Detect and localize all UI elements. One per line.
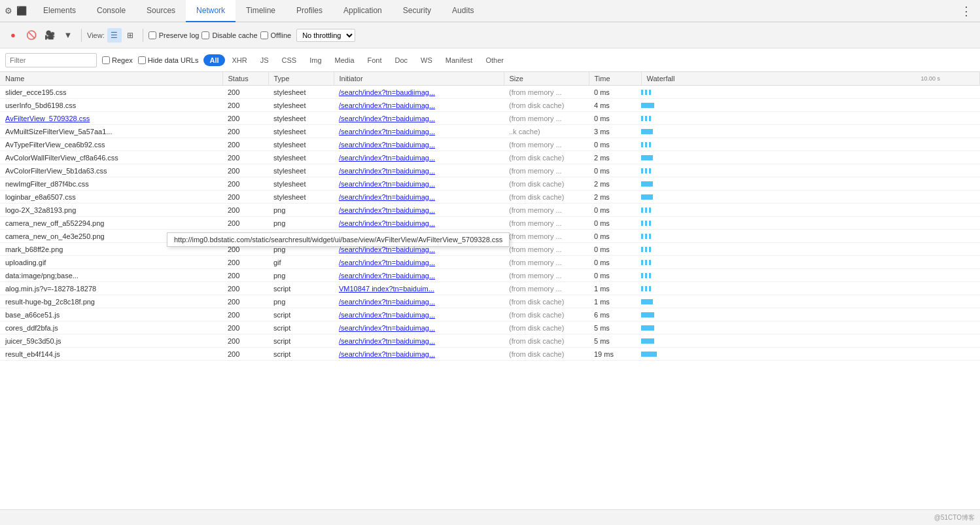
initiator-link[interactable]: /search/index?tn=baudiimag... — [339, 88, 435, 96]
filter-pill-other[interactable]: Other — [480, 54, 510, 66]
table-row[interactable]: AvColorFilterView_5b1da63.css200styleshe… — [0, 164, 980, 177]
tab-audits[interactable]: Audits — [442, 0, 484, 22]
initiator-link[interactable]: /search/index?tn=baiduimag... — [339, 167, 435, 175]
initiator-link[interactable]: VM10847 index?tn=baiduim... — [339, 285, 434, 293]
initiator-link[interactable]: /search/index?tn=baiduimag... — [339, 180, 435, 188]
initiator-link[interactable]: /search/index?tn=baiduimag... — [339, 272, 435, 280]
offline-checkbox[interactable] — [260, 31, 268, 39]
col-header-status[interactable]: Status — [222, 72, 268, 86]
cell-type: script — [268, 335, 334, 348]
initiator-link[interactable]: /search/index?tn=baiduimag... — [339, 232, 435, 240]
table-row[interactable]: camera_new_off_a552294.png200png/search/… — [0, 217, 980, 230]
record-button[interactable]: ● — [5, 27, 21, 43]
initiator-link[interactable]: /search/index?tn=baiduimag... — [339, 311, 435, 319]
tab-security[interactable]: Security — [393, 0, 442, 22]
cell-initiator: /search/index?tn=baiduimag... — [334, 243, 504, 256]
initiator-link[interactable]: /search/index?tn=baiduimag... — [339, 337, 435, 345]
col-header-time[interactable]: Time — [589, 72, 641, 86]
table-row[interactable]: newImgFilter_d87f4bc.css200stylesheet/se… — [0, 177, 980, 190]
table-row[interactable]: data:image/png;base...200png/search/inde… — [0, 269, 980, 282]
initiator-link[interactable]: /search/index?tn=baiduimag... — [339, 219, 435, 227]
table-row[interactable]: logo-2X_32a8193.png200png/search/index?t… — [0, 204, 980, 217]
cell-time: 3 ms — [589, 125, 641, 138]
clear-button[interactable]: 🚫 — [24, 27, 39, 43]
table-row[interactable]: camera_new_on_4e3e250.png200png/search/i… — [0, 230, 980, 243]
filter-pill-img[interactable]: Img — [304, 54, 327, 66]
initiator-link[interactable]: /search/index?tn=baiduimag... — [339, 206, 435, 214]
preserve-log-checkbox[interactable] — [149, 31, 156, 39]
filter-pill-doc[interactable]: Doc — [389, 54, 414, 66]
table-row[interactable]: alog.min.js?v=-18278-18278200scriptVM108… — [0, 282, 980, 295]
table-row[interactable]: juicer_59c3d50.js200script/search/index?… — [0, 335, 980, 348]
tab-network[interactable]: Network — [186, 0, 236, 22]
cell-waterfall — [641, 177, 980, 190]
tab-profiles[interactable]: Profiles — [286, 0, 333, 22]
filter-pill-manifest[interactable]: Manifest — [440, 54, 479, 66]
cell-time: 0 ms — [589, 138, 641, 151]
initiator-link[interactable]: /search/index?tn=baiduimag... — [339, 128, 435, 136]
more-tabs-button[interactable]: ⋮ — [955, 4, 977, 18]
filter-pill-css[interactable]: CSS — [276, 54, 303, 66]
filter-button[interactable]: ▼ — [60, 27, 76, 43]
cell-initiator: /search/index?tn=baiduimag... — [334, 295, 504, 308]
tab-elements[interactable]: Elements — [33, 0, 86, 22]
hide-data-urls-checkbox[interactable] — [138, 56, 146, 64]
filter-pill-ws[interactable]: WS — [415, 54, 438, 66]
filter-input[interactable] — [5, 53, 97, 67]
dock-icon[interactable]: ⬛ — [16, 5, 27, 17]
filter-pill-font[interactable]: Font — [362, 54, 388, 66]
offline-checkbox-container[interactable]: Offline — [260, 31, 292, 39]
filter-pill-js[interactable]: JS — [254, 54, 275, 66]
preserve-log-checkbox-container[interactable]: Preserve log — [149, 31, 200, 39]
initiator-link[interactable]: /search/index?tn=baiduimag... — [339, 245, 435, 253]
view-group-button[interactable]: ⊞ — [123, 28, 137, 43]
initiator-link[interactable]: /search/index?tn=baiduimag... — [339, 298, 435, 306]
initiator-link[interactable]: /search/index?tn=baiduimag... — [339, 141, 435, 149]
col-header-initiator[interactable]: Initiator — [334, 72, 504, 86]
table-row[interactable]: cores_ddf2bfa.js200script/search/index?t… — [0, 321, 980, 335]
file-link[interactable]: AvFilterView_5709328.css — [5, 115, 90, 122]
table-body: slider_ecce195.css200stylesheet/search/i… — [0, 86, 980, 361]
regex-checkbox-container[interactable]: Regex — [102, 56, 133, 64]
tab-console[interactable]: Console — [86, 0, 136, 22]
table-row[interactable]: loginbar_e8a6507.css200stylesheet/search… — [0, 190, 980, 204]
hide-data-urls-checkbox-container[interactable]: Hide data URLs — [138, 56, 199, 64]
table-row[interactable]: slider_ecce195.css200stylesheet/search/i… — [0, 86, 980, 99]
table-row[interactable]: AvMuiltSizeFilterView_5a57aa1...200style… — [0, 125, 980, 138]
disable-cache-checkbox[interactable] — [201, 31, 209, 39]
table-row[interactable]: result_eb4f144.js200script/search/index?… — [0, 348, 980, 361]
filter-pill-xhr[interactable]: XHR — [226, 54, 253, 66]
table-row[interactable]: AvColorWallFilterView_cf8a646.css200styl… — [0, 151, 980, 164]
col-header-type[interactable]: Type — [268, 72, 334, 86]
initiator-link[interactable]: /search/index?tn=baiduimag... — [339, 115, 435, 122]
table-row[interactable]: base_a66ce51.js200script/search/index?tn… — [0, 308, 980, 321]
cell-status: 200 — [222, 99, 268, 112]
col-header-waterfall[interactable]: Waterfall 10.00 s — [641, 72, 980, 86]
filter-pill-media[interactable]: Media — [329, 54, 360, 66]
tab-application[interactable]: Application — [333, 0, 393, 22]
col-header-name[interactable]: Name — [0, 72, 222, 86]
disable-cache-checkbox-container[interactable]: Disable cache — [201, 31, 257, 39]
capture-screenshot-button[interactable]: 🎥 — [42, 27, 58, 43]
table-row[interactable]: userInfo_5bd6198.css200stylesheet/search… — [0, 99, 980, 112]
initiator-link[interactable]: /search/index?tn=baiduimag... — [339, 101, 435, 109]
throttle-select-container[interactable]: No throttling Slow 3G Fast 3G Offline — [296, 29, 355, 42]
initiator-link[interactable]: /search/index?tn=baiduimag... — [339, 259, 435, 266]
filter-pills: AllXHRJSCSSImgMediaFontDocWSManifestOthe… — [203, 54, 509, 66]
table-row[interactable]: AvTypeFilterView_cea6b92.css200styleshee… — [0, 138, 980, 151]
initiator-link[interactable]: /search/index?tn=baiduimag... — [339, 350, 435, 358]
tab-sources[interactable]: Sources — [136, 0, 186, 22]
throttle-select[interactable]: No throttling Slow 3G Fast 3G Offline — [296, 29, 355, 42]
filter-pill-all[interactable]: All — [203, 54, 224, 66]
regex-checkbox[interactable] — [102, 56, 110, 64]
view-list-button[interactable]: ☰ — [107, 28, 122, 43]
table-row[interactable]: mark_b68ff2e.png200png/search/index?tn=b… — [0, 243, 980, 256]
table-row[interactable]: uploading.gif200gif/search/index?tn=baid… — [0, 256, 980, 269]
initiator-link[interactable]: /search/index?tn=baiduimag... — [339, 193, 435, 201]
table-row[interactable]: result-huge-bg_2c8c18f.png200png/search/… — [0, 295, 980, 308]
col-header-size[interactable]: Size — [504, 72, 589, 86]
table-row[interactable]: AvFilterView_5709328.css200stylesheet/se… — [0, 112, 980, 125]
initiator-link[interactable]: /search/index?tn=baiduimag... — [339, 324, 435, 332]
initiator-link[interactable]: /search/index?tn=baiduimag... — [339, 154, 435, 162]
tab-timeline[interactable]: Timeline — [236, 0, 286, 22]
